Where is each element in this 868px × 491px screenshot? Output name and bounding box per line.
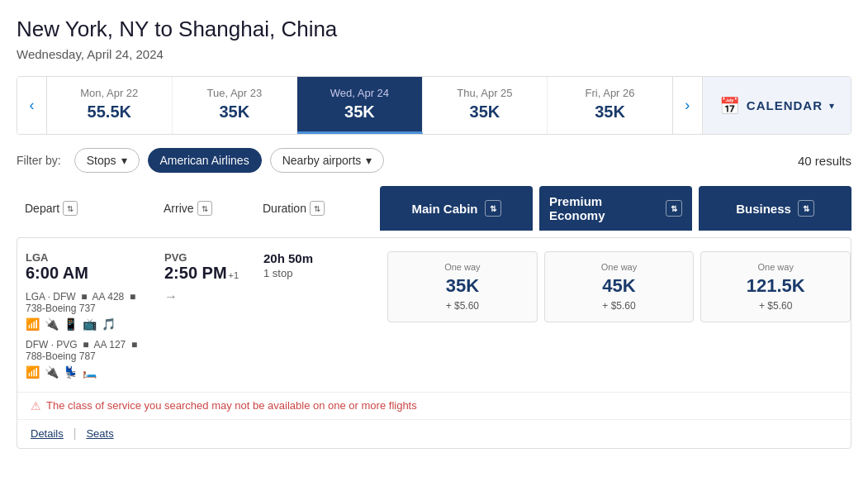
calendar-chevron-icon: ▾	[829, 100, 834, 112]
flight-left-cols: LGA 6:00 AM LGA · DFW ■ AA 428 ■ 738-Boe…	[17, 251, 381, 379]
plus-day: +1	[229, 270, 240, 280]
page-title: New York, NY to Shanghai, China	[17, 17, 851, 42]
airports-chevron-icon: ▾	[366, 154, 372, 167]
arrive-sort-label: Arrive	[164, 202, 194, 215]
tv-icon: 📺	[83, 317, 97, 331]
arrive-time: 2:50 PM	[164, 264, 227, 283]
leg1-amenities: 📶 🔌 📱 📺 🎵	[26, 317, 149, 331]
leg2-route: DFW · PVG ■ AA 127 ■ 788-Boeing 787	[26, 339, 149, 362]
stops-text: 1 stop	[263, 267, 374, 279]
sort-headers-row: Depart ⇅ Arrive ⇅ Duration ⇅ Main Cabin …	[17, 186, 851, 236]
duration-text: 20h 50m	[263, 251, 374, 265]
main-cabin-one-way-label: One way	[396, 262, 529, 272]
warning-row: ⚠ The class of service you searched may …	[17, 392, 851, 419]
phone-icon: 📱	[64, 317, 78, 331]
cal-date-label-1: Tue, Apr 23	[179, 87, 291, 99]
stops-filter-label: Stops	[87, 154, 116, 167]
airports-filter-button[interactable]: Nearby airports ▾	[270, 148, 385, 173]
cal-date-points-2: 35K	[304, 102, 415, 122]
premium-economy-one-way-label: One way	[553, 262, 685, 272]
business-sort-icon: ⇅	[798, 200, 814, 217]
duration-sort-col[interactable]: Duration ⇅	[256, 201, 380, 216]
leg2-power-icon: 🔌	[45, 365, 59, 379]
cal-date-label-2: Wed, Apr 24	[304, 87, 415, 99]
warning-text: The class of service you searched may no…	[46, 399, 417, 412]
calendar-date-2[interactable]: Wed, Apr 24 35K	[297, 77, 423, 134]
wifi-icon: 📶	[26, 317, 40, 331]
seats-link[interactable]: Seats	[86, 427, 113, 440]
leg2-amenities: 📶 🔌 💺 🛏️	[26, 365, 149, 379]
arrow-right-icon: →	[164, 289, 178, 304]
page-subtitle: Wednesday, April 24, 2024	[17, 47, 851, 61]
footer-separator: |	[74, 427, 77, 440]
stops-filter-button[interactable]: Stops ▾	[74, 148, 140, 173]
premium-economy-points: 45K	[553, 275, 685, 297]
premium-economy-label: Premium Economy	[549, 194, 659, 222]
stops-chevron-icon: ▾	[121, 154, 127, 167]
calendar-date-0[interactable]: Mon, Apr 22 55.5K	[47, 77, 173, 134]
leg2-route-line: DFW · PVG ■ AA 127 ■ 788-Boeing 787	[26, 339, 149, 362]
calendar-next-arrow[interactable]: ›	[672, 77, 702, 134]
leg2-wifi-icon: 📶	[26, 365, 40, 379]
business-price[interactable]: One way 121.5K + $5.60	[700, 251, 851, 322]
premium-economy-price[interactable]: One way 45K + $5.60	[544, 251, 695, 322]
prices-row: One way 35K + $5.60 One way 45K + $5.60 …	[381, 251, 851, 322]
arrive-col: PVG 2:50 PM +1 →	[158, 251, 257, 304]
details-link[interactable]: Details	[31, 427, 64, 440]
main-cabin-cash: + $5.60	[396, 300, 529, 312]
calendar-label: CALENDAR	[747, 98, 823, 112]
cal-date-points-4: 35K	[554, 102, 666, 122]
cabin-headers: Main Cabin ⇅ Premium Economy ⇅ Business …	[380, 186, 851, 231]
warning-icon: ⚠	[31, 399, 41, 412]
duration-col: 20h 50m 1 stop	[257, 251, 381, 279]
premium-economy-header[interactable]: Premium Economy ⇅	[539, 186, 692, 231]
flight-footer: Details | Seats	[17, 419, 851, 448]
calendar-date-4[interactable]: Fri, Apr 26 35K	[548, 77, 672, 134]
cal-date-label-3: Thu, Apr 25	[429, 87, 541, 99]
results-count: 40 results	[798, 154, 851, 168]
flight-card: LGA 6:00 AM LGA · DFW ■ AA 428 ■ 738-Boe…	[17, 237, 851, 449]
premium-economy-sort-icon: ⇅	[666, 200, 682, 217]
duration-sort-icon: ⇅	[310, 201, 325, 216]
depart-sort-icon: ⇅	[63, 201, 78, 216]
business-header[interactable]: Business ⇅	[699, 186, 851, 231]
depart-sort-col[interactable]: Depart ⇅	[17, 201, 157, 216]
business-cash: + $5.60	[709, 300, 842, 312]
depart-airport-code: LGA	[26, 251, 149, 264]
cal-date-label-4: Fri, Apr 26	[554, 87, 666, 99]
depart-time: 6:00 AM	[26, 264, 149, 283]
arrive-sort-icon: ⇅	[197, 201, 212, 216]
main-cabin-points: 35K	[396, 275, 529, 297]
depart-col: LGA 6:00 AM LGA · DFW ■ AA 428 ■ 738-Boe…	[17, 251, 158, 379]
business-label: Business	[736, 202, 791, 216]
power-icon: 🔌	[45, 317, 59, 331]
cal-date-points-0: 55.5K	[54, 102, 165, 122]
calendar-icon: 📅	[719, 96, 740, 116]
business-one-way-label: One way	[709, 262, 842, 272]
flight-main-row: LGA 6:00 AM LGA · DFW ■ AA 428 ■ 738-Boe…	[17, 238, 851, 392]
airlines-filter-label: American Airlines	[160, 154, 249, 167]
arrive-airport-code: PVG	[164, 251, 250, 264]
duration-sort-label: Duration	[263, 202, 306, 215]
leg1-route: LGA · DFW ■ AA 428 ■ 738-Boeing 737	[26, 291, 149, 314]
airlines-filter-button[interactable]: American Airlines	[148, 148, 262, 173]
calendar-date-3[interactable]: Thu, Apr 25 35K	[423, 77, 548, 134]
business-points: 121.5K	[709, 275, 842, 297]
airports-filter-label: Nearby airports	[282, 154, 362, 167]
leg2-seat-icon: 💺	[64, 365, 78, 379]
cal-date-label-0: Mon, Apr 22	[54, 87, 165, 99]
main-cabin-sort-icon: ⇅	[485, 200, 501, 217]
depart-sort-label: Depart	[25, 202, 59, 215]
arrive-sort-col[interactable]: Arrive ⇅	[157, 201, 256, 216]
calendar-button[interactable]: 📅 CALENDAR ▾	[702, 77, 851, 134]
calendar-nav: ‹ Mon, Apr 22 55.5K Tue, Apr 23 35K Wed,…	[17, 76, 851, 135]
premium-economy-cash: + $5.60	[553, 300, 685, 312]
calendar-prev-arrow[interactable]: ‹	[17, 77, 47, 134]
main-cabin-price[interactable]: One way 35K + $5.60	[387, 251, 538, 322]
main-cabin-label: Main Cabin	[411, 202, 477, 216]
filter-bar: Filter by: Stops ▾ American Airlines Nea…	[17, 148, 851, 173]
cal-date-points-3: 35K	[429, 102, 541, 122]
main-cabin-header[interactable]: Main Cabin ⇅	[380, 186, 533, 231]
calendar-date-1[interactable]: Tue, Apr 23 35K	[173, 77, 298, 134]
leg2-blanket-icon: 🛏️	[83, 365, 97, 379]
